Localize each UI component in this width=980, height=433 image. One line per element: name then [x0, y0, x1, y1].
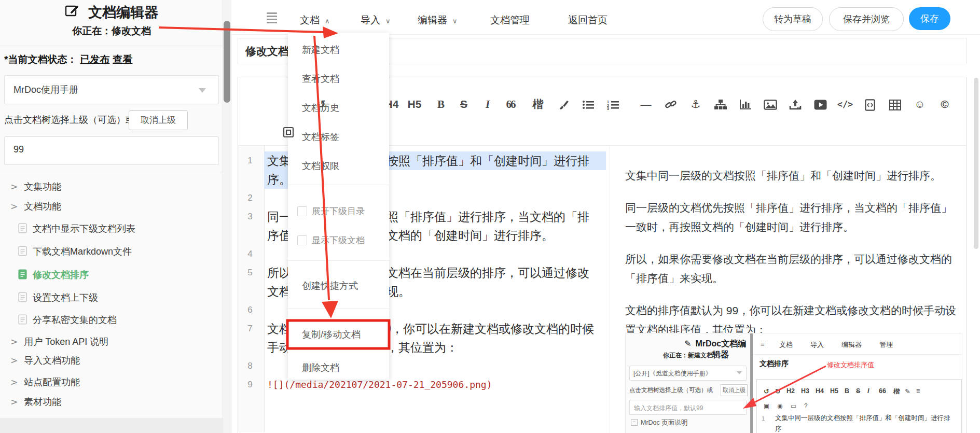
menu-item-11-highlighted[interactable]: 复制/移动文档: [302, 328, 361, 341]
mini-toolbar-icon: H4: [816, 387, 824, 395]
mini-toolbar-icon: B: [845, 387, 849, 395]
tree-item-folder[interactable]: >文集功能: [10, 178, 61, 195]
strikethrough-icon[interactable]: S: [452, 95, 475, 113]
chevron-right-icon: >: [10, 397, 18, 407]
mini-toolbar-icon: H2: [786, 387, 795, 395]
menu-item-0[interactable]: 新建文档: [302, 44, 339, 56]
save-and-view-button[interactable]: 保存并浏览: [829, 7, 904, 31]
line-number: 8: [240, 357, 260, 375]
kai-font-icon[interactable]: 楷: [527, 95, 549, 113]
doc-title-text: 修改文档: [245, 44, 289, 59]
line-number: 7: [240, 319, 260, 338]
cancel-parent-button[interactable]: 取消上级: [129, 110, 188, 130]
image-icon[interactable]: [759, 95, 782, 113]
chevron-right-icon: >: [10, 337, 18, 347]
menu-item-12[interactable]: 删除文档: [302, 361, 339, 374]
svg-text:1: 1: [607, 100, 609, 104]
anchor-icon[interactable]: ⚓: [684, 95, 707, 113]
sort-value-input[interactable]: 99: [4, 136, 219, 165]
video-icon[interactable]: [809, 95, 832, 113]
to-draft-button[interactable]: 转为草稿: [763, 7, 823, 31]
emoji-icon[interactable]: ☺: [908, 95, 931, 113]
copyright-icon[interactable]: ©: [933, 95, 956, 113]
tree-item-folder[interactable]: >文档功能: [10, 198, 61, 215]
sidebar: 文档编辑器 你正在：修改文档 *当前文档状态：已发布查看 MrDoc使用手册 点…: [0, 0, 223, 433]
mini-toolbar-icon: ≡: [916, 387, 920, 395]
horizontal-rule-icon[interactable]: —: [634, 95, 657, 113]
quote-icon[interactable]: 66: [499, 95, 522, 113]
checkbox-icon[interactable]: [297, 235, 307, 245]
mini-toolbar-icon: ✎: [905, 387, 910, 395]
tree-item-doc[interactable]: 分享私密文集的文档: [18, 312, 117, 328]
bold-icon[interactable]: B: [430, 95, 452, 113]
doc-status-row: *当前文档状态：已发布查看: [4, 53, 132, 66]
menu-checkbox-7[interactable]: 显示下级文档: [297, 234, 365, 246]
tree-item-doc[interactable]: 文档中显示下级文档列表: [18, 220, 135, 237]
upload-icon[interactable]: [784, 95, 807, 113]
nav-item-editor[interactable]: 编辑器∨: [418, 13, 458, 27]
chart-icon[interactable]: [734, 95, 757, 113]
unordered-list-icon[interactable]: [577, 95, 600, 113]
code-block-icon[interactable]: [859, 95, 881, 113]
menu-checkbox-6[interactable]: 展开下级目录: [297, 205, 365, 217]
sitemap-icon[interactable]: [709, 95, 732, 113]
mini-toolbar-icon: 楷: [893, 387, 900, 396]
doc-status-label: *当前文档状态：: [4, 54, 77, 65]
inline-code-icon[interactable]: </>: [834, 95, 857, 113]
link-icon[interactable]: [659, 95, 682, 113]
save-button[interactable]: 保存: [909, 7, 950, 30]
menu-item-3[interactable]: 文档标签: [302, 131, 339, 143]
mini-toolbar-icon: ▭: [791, 402, 796, 410]
mini-toolbar-icon: H5: [830, 387, 838, 395]
tree-item-folder[interactable]: >用户 Token API 说明: [10, 333, 108, 350]
mini-line-number: 1: [762, 415, 765, 422]
tree-item-doc[interactable]: 下载文档Markdown文件: [18, 243, 132, 260]
sidebar-scrollbar-thumb[interactable]: [224, 21, 230, 103]
divider: [0, 46, 223, 46]
mini-menu-bars-icon: ≡: [761, 340, 765, 348]
goto-line-icon[interactable]: [281, 123, 296, 141]
chevron-right-icon: >: [10, 201, 18, 212]
divider: [610, 146, 610, 433]
menu-divider: [288, 308, 389, 309]
table-icon[interactable]: [884, 95, 906, 113]
mini-red-annotation: 修改文档排序值: [827, 360, 874, 370]
h5-icon[interactable]: H5: [403, 95, 426, 113]
brush-icon[interactable]: [553, 95, 575, 113]
tree-item-folder[interactable]: >素材功能: [10, 394, 61, 410]
caret-down-icon: [199, 88, 206, 93]
mini-subtitle: 你正在：新建文档: [626, 351, 750, 360]
nav-item-doc-manage[interactable]: 文档管理: [490, 13, 530, 27]
menu-item-9[interactable]: 创建快捷方式: [302, 280, 358, 292]
tree-item-folder[interactable]: >站点配置功能: [10, 374, 80, 390]
ordered-list-icon[interactable]: 123: [602, 95, 625, 113]
doc-status-view-link[interactable]: 查看: [113, 54, 132, 65]
tree-item-doc[interactable]: 修改文档排序: [18, 267, 89, 283]
menu-item-4[interactable]: 文档权限: [302, 160, 339, 172]
undo-icon[interactable]: ↺: [313, 95, 329, 113]
divider: [0, 173, 223, 173]
collection-select[interactable]: MrDoc使用手册: [4, 75, 219, 104]
doc-status-value[interactable]: 已发布: [80, 54, 109, 65]
tree-item-folder[interactable]: >导入文档功能: [10, 352, 80, 369]
mini-toolbar-icon: H3: [801, 387, 809, 395]
divider: [753, 354, 962, 355]
mini-toolbar-icon: ?: [804, 402, 808, 410]
menu-divider: [288, 185, 389, 185]
chevron-right-icon: >: [10, 181, 18, 192]
nav-item-docs[interactable]: 文档∧: [300, 13, 330, 27]
tree-item-doc[interactable]: 设置文档上下级: [18, 289, 98, 306]
nav-item-back-home[interactable]: 返回首页: [568, 13, 608, 27]
mini-toolbar-icon: ▣: [764, 402, 769, 410]
sidebar-hscrollbar-track[interactable]: [0, 418, 223, 433]
mini-divider: [750, 333, 753, 433]
embedded-screenshot-image: ✎ MrDoc文档编辑器 你正在：新建文档 [公开]《觅道文档使用手册》 点击文…: [625, 333, 962, 433]
mini-toolbar-icon: ↻: [775, 387, 780, 395]
checkbox-icon[interactable]: [297, 206, 307, 216]
nav-item-import[interactable]: 导入∨: [361, 13, 391, 27]
preview-scrollbar-thumb[interactable]: [974, 78, 978, 249]
menu-item-1[interactable]: 查看文档: [302, 73, 339, 85]
mini-cancel-parent-button: 取消上级: [721, 384, 748, 396]
italic-icon[interactable]: I: [476, 95, 499, 113]
menu-bars-icon[interactable]: [267, 12, 277, 25]
